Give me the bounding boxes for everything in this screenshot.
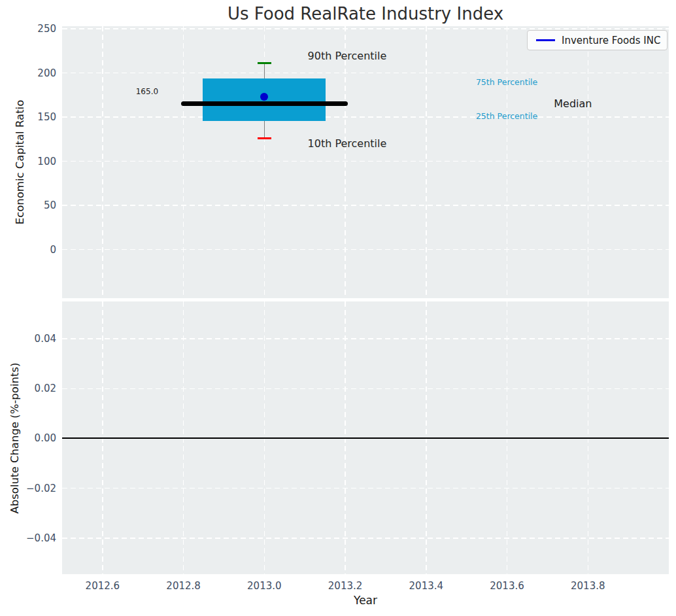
cap-90th [258,62,271,65]
gridline [62,388,669,390]
gridline [588,26,589,298]
bottom-axes [62,301,669,574]
gridline [62,116,669,118]
gridline [62,488,669,489]
x-axis-label: Year [62,594,669,607]
x-tick-label: 2013.4 [409,579,444,592]
y-tick-label: 0.02 [35,382,56,395]
annotation-25th-percentile: 25th Percentile [476,112,537,121]
figure: Us Food RealRate Industry Index Economic… [0,0,676,616]
y-tick-label: 250 [37,22,56,35]
x-tick-label: 2012.8 [166,579,201,592]
annotation-10th-percentile: 10th Percentile [308,139,387,149]
legend: Inventure Foods INC [527,30,668,50]
gridline [507,26,508,298]
x-tick-label: 2013.2 [328,579,363,592]
x-tick-label: 2013.0 [247,579,282,592]
annotation-median: Median [554,99,592,109]
gridline [426,26,427,298]
gridline [62,205,669,206]
annotation-75th-percentile: 75th Percentile [476,78,537,87]
gridline [62,73,669,74]
gridline [345,26,346,298]
y-tick-label: −0.04 [26,532,56,545]
y-tick-label: −0.02 [26,482,56,495]
annotation-90th-percentile: 90th Percentile [308,51,387,61]
y-tick-label: 0.00 [35,432,56,445]
zero-line [62,437,669,439]
y-tick-label: 200 [37,67,56,80]
y-tick-label: 150 [37,111,56,124]
gridline [62,538,669,539]
y-tick-label: 100 [37,155,56,168]
y-tick-label: 0.04 [35,332,56,345]
x-tick-label: 2013.6 [490,579,524,592]
cap-10th [258,137,271,140]
gridline [62,161,669,162]
x-tick-label: 2012.6 [86,579,120,592]
top-axes [62,26,669,298]
x-tick-label: 2013.8 [571,579,605,592]
median-line [181,101,348,106]
y-axis-label-bottom: Absolute Change (%-points) [8,363,21,514]
y-axis-label-top: Economic Capital Ratio [14,100,26,225]
legend-line-sample-icon [536,39,555,41]
gridline [183,26,184,298]
legend-label: Inventure Foods INC [562,35,660,46]
gridline [62,249,669,250]
gridline [102,26,103,298]
annotation-165-0: 165.0 [136,88,158,95]
y-tick-label: 0 [50,243,56,256]
gridline [62,28,669,29]
chart-title: Us Food RealRate Industry Index [62,3,669,25]
y-tick-label: 50 [44,199,56,212]
gridline [62,338,669,339]
